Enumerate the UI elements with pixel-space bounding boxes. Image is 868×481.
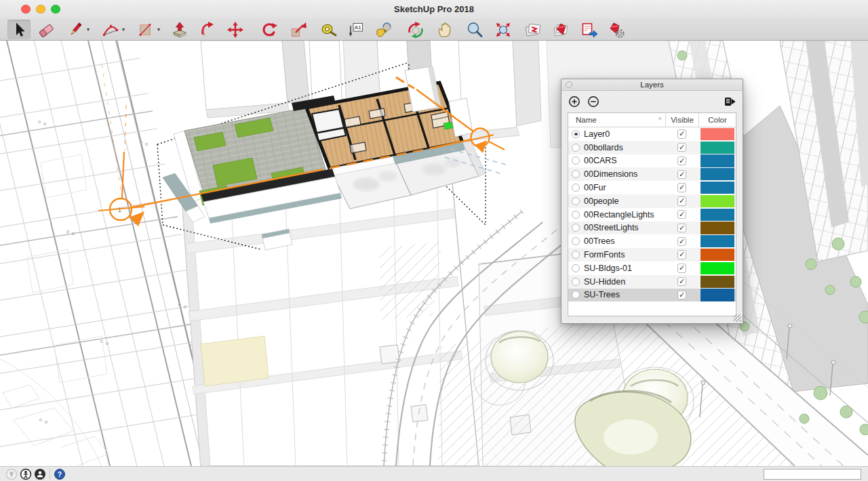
layer-name[interactable]: SU-Trees [580, 290, 665, 299]
layer-visible-checkbox[interactable]: ✓ [677, 196, 687, 206]
layer-color-swatch[interactable] [701, 209, 734, 221]
layer-row[interactable]: FormFonts✓ [568, 248, 736, 262]
tool-line-button[interactable] [64, 20, 87, 39]
layer-color-swatch[interactable] [701, 262, 734, 274]
layer-active-radio[interactable] [572, 184, 580, 192]
tool-extension-pages-button[interactable] [521, 20, 545, 39]
column-header-visible[interactable]: Visible [665, 113, 698, 127]
layer-active-radio[interactable] [572, 197, 580, 205]
layer-active-radio[interactable] [572, 237, 580, 245]
dropdown-caret-icon[interactable]: ▾ [120, 26, 127, 33]
layer-active-radio[interactable] [572, 264, 580, 272]
column-header-name[interactable]: Name [568, 113, 654, 127]
tool-extension-gem-button[interactable] [549, 20, 572, 39]
tool-eraser-button[interactable] [35, 20, 58, 39]
layer-color-swatch[interactable] [701, 168, 734, 180]
tool-zoom-extents-button[interactable] [492, 20, 515, 39]
layer-detail-menu-button[interactable] [724, 97, 736, 106]
layer-row[interactable]: SU-Bldgs-01✓ [568, 262, 736, 275]
layer-visible-checkbox[interactable]: ✓ [677, 277, 687, 287]
layer-name[interactable]: 00Trees [580, 236, 665, 246]
layer-color-swatch[interactable] [701, 289, 734, 301]
layer-active-radio[interactable] [572, 278, 580, 286]
layer-visible-checkbox[interactable]: ✓ [677, 156, 687, 166]
help-button[interactable]: ? [54, 468, 66, 480]
layer-visible-checkbox[interactable]: ✓ [677, 183, 687, 192]
layer-name[interactable]: 00RectangleLights [580, 210, 665, 219]
tool-select-button[interactable] [7, 20, 31, 39]
layer-name[interactable]: SU-Hidden [580, 277, 665, 287]
layer-row[interactable]: Layer0✓ [568, 127, 736, 141]
layers-panel-titlebar[interactable]: Layers [561, 79, 743, 91]
layer-visible-checkbox[interactable]: ✓ [677, 291, 687, 300]
user-account-button[interactable] [34, 468, 46, 480]
layer-row[interactable]: 00CARS✓ [568, 154, 736, 168]
measurements-input[interactable] [764, 469, 861, 480]
layer-active-radio[interactable] [572, 170, 580, 178]
panel-resize-handle[interactable] [734, 314, 741, 322]
tool-extension-export-button[interactable] [578, 20, 601, 39]
layer-name[interactable]: 00CARS [580, 156, 665, 165]
layer-visible-checkbox[interactable]: ✓ [677, 237, 687, 247]
layer-active-radio[interactable] [572, 251, 580, 259]
layer-row[interactable]: 00RectangleLights✓ [568, 208, 736, 222]
dropdown-caret-icon[interactable]: ▾ [85, 26, 92, 33]
layer-row[interactable]: SU-Trees✓ [568, 289, 736, 302]
panel-close-button[interactable] [566, 81, 572, 88]
layer-color-swatch[interactable] [701, 276, 734, 288]
tool-orbit-button[interactable] [404, 20, 427, 39]
layer-color-swatch[interactable] [701, 128, 734, 140]
layer-row[interactable]: 00bollards✓ [568, 141, 736, 154]
layer-active-radio[interactable] [572, 130, 580, 138]
layer-active-radio[interactable] [572, 156, 580, 165]
layer-name[interactable]: FormFonts [580, 250, 665, 259]
layer-row[interactable]: 00people✓ [568, 194, 736, 208]
layer-active-radio[interactable] [572, 291, 580, 299]
instructor-button[interactable] [20, 468, 32, 480]
tool-tape-button[interactable] [317, 20, 340, 39]
layer-visible-checkbox[interactable]: ✓ [677, 210, 687, 219]
tool-followme-button[interactable] [197, 20, 220, 39]
layer-visible-checkbox[interactable]: ✓ [677, 170, 687, 180]
dropdown-caret-icon[interactable]: ▾ [155, 26, 162, 33]
tool-pan-button[interactable] [433, 20, 456, 39]
layer-color-swatch[interactable] [701, 182, 734, 194]
layer-row[interactable]: 00Trees✓ [568, 234, 736, 248]
tool-move-button[interactable] [224, 20, 247, 39]
layer-color-swatch[interactable] [701, 222, 734, 234]
layer-active-radio[interactable] [572, 211, 580, 219]
layer-color-swatch[interactable] [701, 195, 734, 207]
layer-color-swatch[interactable] [701, 154, 734, 167]
layer-active-radio[interactable] [572, 224, 580, 232]
layer-name[interactable]: 00people [580, 196, 665, 206]
layer-visible-checkbox[interactable]: ✓ [677, 129, 687, 139]
tool-pushpull-button[interactable] [168, 20, 191, 39]
tool-ruby-settings-button[interactable] [604, 20, 627, 39]
layer-name[interactable]: 00Fur [580, 183, 665, 192]
tool-rectangle-button[interactable] [134, 20, 157, 39]
tool-zoom-button[interactable] [463, 20, 486, 39]
tool-scale-button[interactable] [287, 20, 310, 39]
layer-color-swatch[interactable] [701, 249, 734, 261]
layer-visible-checkbox[interactable]: ✓ [677, 143, 687, 152]
layer-visible-checkbox[interactable]: ✓ [677, 264, 687, 273]
tool-text-button[interactable]: A1 [344, 20, 367, 39]
add-layer-button[interactable] [568, 96, 580, 108]
layer-row[interactable]: 00StreetLights✓ [568, 222, 736, 235]
layer-name[interactable]: 00bollards [580, 143, 665, 152]
column-header-color[interactable]: Color [698, 113, 736, 127]
layer-visible-checkbox[interactable]: ✓ [677, 250, 687, 259]
layer-color-swatch[interactable] [701, 142, 734, 154]
layer-name[interactable]: Layer0 [580, 129, 665, 139]
layer-visible-checkbox[interactable]: ✓ [677, 224, 687, 233]
layer-row[interactable]: SU-Hidden✓ [568, 275, 736, 289]
layer-name[interactable]: SU-Bldgs-01 [580, 264, 665, 273]
remove-layer-button[interactable] [587, 96, 599, 108]
tool-paint-button[interactable] [372, 20, 395, 39]
layer-name[interactable]: 00StreetLights [580, 223, 665, 232]
layer-color-swatch[interactable] [701, 235, 734, 247]
layer-row[interactable]: 00Dimensions✓ [568, 167, 736, 181]
tool-arc-button[interactable] [99, 20, 122, 39]
tool-rotate-button[interactable] [258, 20, 281, 39]
layer-name[interactable]: 00Dimensions [580, 169, 665, 179]
